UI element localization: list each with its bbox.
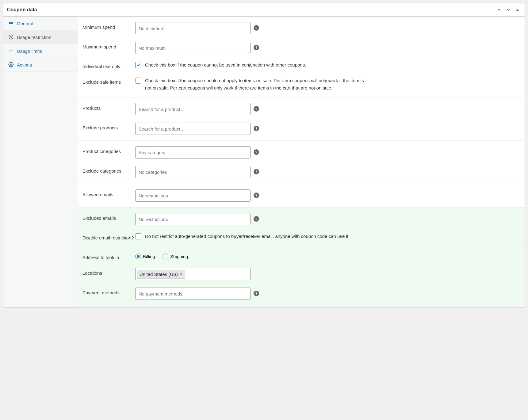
- panel-tabs: General Usage restriction Usage limits: [3, 17, 78, 307]
- max-spend-input[interactable]: [135, 42, 251, 54]
- collapse-icon[interactable]: [514, 6, 521, 13]
- disable-email-label: Disable email restriction?: [82, 233, 135, 241]
- gear-icon: [8, 62, 14, 67]
- locations-input[interactable]: United States (US) ×: [135, 268, 251, 280]
- min-spend-label: Minimum spend: [82, 22, 135, 30]
- products-label: Products: [82, 103, 135, 111]
- help-icon[interactable]: ?: [254, 149, 259, 155]
- tab-label: General: [17, 21, 33, 26]
- coupon-data-panel: Coupon data General: [3, 3, 525, 307]
- panel-content: Minimum spend ? Maximum spend ? Individu…: [78, 17, 525, 307]
- individual-use-checkbox[interactable]: [135, 62, 141, 68]
- help-icon[interactable]: ?: [254, 45, 259, 50]
- exclude-categories-input[interactable]: [135, 166, 251, 178]
- ticket-icon: [8, 21, 14, 26]
- exclude-sale-label: Exclude sale items: [82, 77, 135, 85]
- payment-methods-input[interactable]: [135, 288, 251, 300]
- tab-general[interactable]: General: [3, 17, 78, 30]
- radio-label: Shipping: [170, 254, 188, 259]
- exclude-products-input[interactable]: [135, 123, 251, 135]
- sliders-icon: [8, 48, 14, 54]
- tag-label: United States (US): [140, 272, 178, 277]
- panel-title: Coupon data: [7, 7, 37, 13]
- exclude-sale-desc: Check this box if the coupon should not …: [144, 77, 365, 92]
- product-categories-label: Product categories: [82, 146, 135, 155]
- exclude-products-label: Exclude products: [82, 123, 135, 131]
- tab-usage-limits[interactable]: Usage limits: [3, 44, 78, 58]
- products-input[interactable]: [135, 103, 251, 115]
- help-icon[interactable]: ?: [254, 25, 259, 31]
- help-icon[interactable]: ?: [254, 169, 259, 174]
- address-billing-radio[interactable]: Billing: [135, 254, 155, 259]
- address-lookin-group: Billing Shipping: [135, 252, 188, 259]
- allowed-emails-input[interactable]: [135, 189, 251, 202]
- move-down-icon[interactable]: [505, 6, 512, 13]
- help-icon[interactable]: ?: [254, 291, 259, 296]
- tag-remove-icon[interactable]: ×: [180, 272, 182, 277]
- svg-marker-0: [516, 9, 519, 11]
- move-up-icon[interactable]: [496, 6, 503, 13]
- individual-use-desc: Check this box if the coupon cannot be u…: [144, 61, 306, 69]
- help-icon[interactable]: ?: [254, 106, 259, 112]
- location-tag: United States (US) ×: [137, 270, 185, 279]
- radio-label: Billing: [143, 254, 155, 259]
- svg-point-7: [10, 64, 12, 66]
- address-shipping-radio[interactable]: Shipping: [163, 254, 188, 259]
- disable-email-desc: Do not restrict auto-generated coupons t…: [144, 233, 348, 240]
- locations-label: Locations: [82, 268, 135, 276]
- exclude-categories-label: Exclude categories: [82, 166, 135, 174]
- svg-line-2: [10, 36, 13, 39]
- allowed-emails-label: Allowed emails: [82, 189, 135, 198]
- payment-methods-label: Payment methods: [82, 288, 135, 296]
- panel-header: Coupon data: [3, 3, 525, 17]
- address-lookin-label: Address to look in: [82, 252, 135, 261]
- exclude-sale-checkbox[interactable]: [135, 78, 141, 84]
- max-spend-label: Maximum spend: [82, 42, 135, 50]
- help-icon[interactable]: ?: [254, 216, 259, 222]
- disable-email-checkbox[interactable]: [135, 233, 141, 239]
- min-spend-input[interactable]: [135, 22, 251, 34]
- product-categories-input[interactable]: [135, 146, 251, 158]
- tab-usage-restriction[interactable]: Usage restriction: [3, 30, 78, 44]
- tab-label: Usage restriction: [17, 35, 52, 40]
- help-icon[interactable]: ?: [254, 193, 259, 198]
- tab-label: Actions: [17, 62, 32, 67]
- tab-label: Usage limits: [17, 48, 42, 54]
- tab-actions[interactable]: Actions: [3, 58, 78, 72]
- individual-use-label: Individual use only: [82, 61, 135, 70]
- help-icon[interactable]: ?: [254, 126, 259, 131]
- excluded-emails-label: Excluded emails: [82, 213, 135, 221]
- excluded-emails-input[interactable]: [135, 213, 251, 225]
- panel-controls: [496, 6, 521, 13]
- block-icon: [8, 34, 14, 40]
